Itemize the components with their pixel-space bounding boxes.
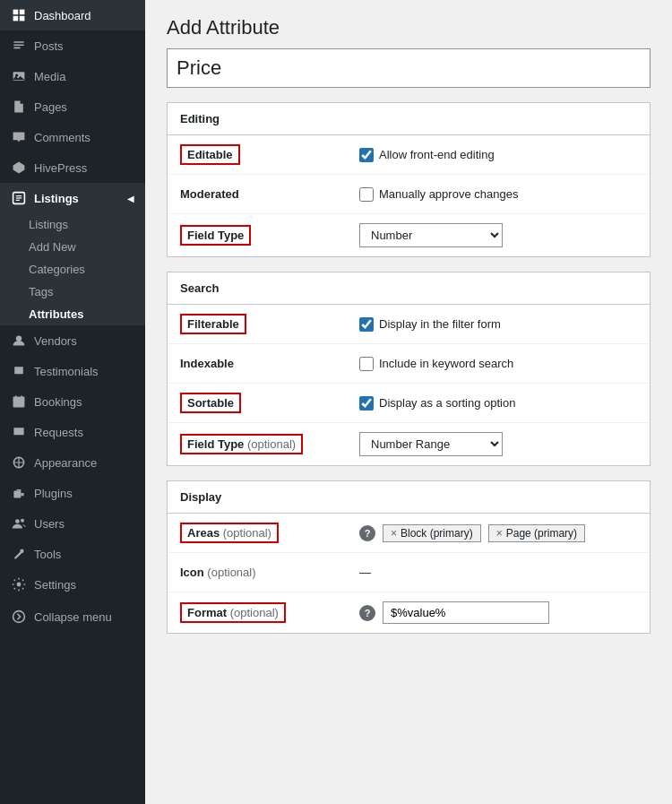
svg-point-22 xyxy=(17,583,22,587)
display-sorting-option-checkbox-wrap[interactable]: Display as a sorting option xyxy=(359,396,515,411)
field-type-editing-select[interactable]: Number Text Select Checkbox Date xyxy=(359,223,503,247)
format-input[interactable] xyxy=(383,601,549,624)
sidebar-item-vendors[interactable]: Vendors xyxy=(0,325,145,356)
hivepress-icon xyxy=(11,160,27,176)
areas-tag-block-primary-label: Block (primary) xyxy=(401,527,473,540)
sidebar-item-label: Appearance xyxy=(34,456,97,470)
areas-tag-page-primary-label: Page (primary) xyxy=(506,527,577,540)
sidebar-item-tools[interactable]: Tools xyxy=(0,539,145,569)
areas-help-icon[interactable]: ? xyxy=(359,525,375,541)
plugins-icon xyxy=(11,485,27,501)
display-sorting-option-checkbox[interactable] xyxy=(359,396,374,411)
submenu-item-categories[interactable]: Categories xyxy=(0,258,145,281)
sidebar-item-label: Users xyxy=(34,517,65,531)
bookings-icon xyxy=(11,393,27,410)
allow-frontend-editing-checkbox-wrap[interactable]: Allow front-end editing xyxy=(359,148,495,162)
include-keyword-search-checkbox[interactable] xyxy=(359,357,374,371)
indexable-control: Include in keyword search xyxy=(359,357,637,371)
allow-frontend-editing-checkbox[interactable] xyxy=(359,148,374,162)
manually-approve-checkbox-wrap[interactable]: Manually approve changes xyxy=(359,187,518,202)
pages-icon xyxy=(11,99,27,115)
areas-tag-page-primary-remove[interactable]: × xyxy=(496,527,503,540)
sidebar-item-requests[interactable]: Requests xyxy=(0,417,145,447)
sidebar-item-appearance[interactable]: Appearance xyxy=(0,447,145,478)
moderated-control: Manually approve changes xyxy=(359,187,637,202)
sidebar-item-label: Pages xyxy=(34,100,67,114)
posts-icon xyxy=(11,38,27,54)
sidebar-item-label: Tools xyxy=(34,548,61,561)
sidebar-item-plugins[interactable]: Plugins xyxy=(0,478,145,508)
submenu-item-listings[interactable]: Listings xyxy=(0,213,145,236)
sidebar-item-bookings[interactable]: Bookings xyxy=(0,386,145,417)
sortable-label: Sortable xyxy=(180,393,359,413)
sidebar-item-label: Bookings xyxy=(34,395,82,409)
dashboard-icon xyxy=(11,7,27,23)
sidebar-item-hivepress[interactable]: HivePress xyxy=(0,152,145,183)
areas-tag-block-primary-remove[interactable]: × xyxy=(391,527,397,540)
listings-submenu: Listings Add New Categories Tags Attribu… xyxy=(0,213,145,325)
sidebar-item-testimonials[interactable]: Testimonials xyxy=(0,356,145,386)
submenu-item-add-new[interactable]: Add New xyxy=(0,236,145,258)
editable-label-text: Editable xyxy=(180,144,240,165)
field-type-editing-label: Field Type xyxy=(180,225,359,246)
sidebar-item-label: HivePress xyxy=(34,161,87,175)
sidebar-item-label: Dashboard xyxy=(34,9,91,22)
svg-point-21 xyxy=(21,519,24,523)
sidebar-item-users[interactable]: Users xyxy=(0,508,145,539)
submenu-item-tags[interactable]: Tags xyxy=(0,281,145,303)
format-help-wrap: ? xyxy=(359,605,375,621)
format-help-icon[interactable]: ? xyxy=(359,605,375,621)
icon-row: Icon (optional) — xyxy=(168,553,650,592)
listings-icon xyxy=(11,190,27,206)
editing-section: Editing Editable Allow front-end editing… xyxy=(167,102,650,257)
requests-icon xyxy=(11,424,27,440)
comments-icon xyxy=(11,129,27,145)
sidebar-item-media[interactable]: Media xyxy=(0,61,145,91)
filterable-row: Filterable Display in the filter form xyxy=(168,305,650,344)
indexable-label: Indexable xyxy=(180,357,359,370)
areas-row: Areas (optional) ? × Block (primary) × P… xyxy=(168,514,650,553)
svg-rect-0 xyxy=(13,10,19,15)
sidebar-item-posts[interactable]: Posts xyxy=(0,30,145,61)
sidebar-item-dashboard[interactable]: Dashboard xyxy=(0,0,145,30)
svg-point-20 xyxy=(15,519,20,523)
sidebar-item-comments[interactable]: Comments xyxy=(0,122,145,152)
sidebar-item-label: Comments xyxy=(34,131,90,144)
submenu-item-attributes[interactable]: Attributes xyxy=(0,303,145,325)
include-keyword-search-checkbox-wrap[interactable]: Include in keyword search xyxy=(359,357,513,371)
field-type-search-label: Field Type (optional) xyxy=(180,434,359,454)
listings-arrow-icon: ◀ xyxy=(127,194,134,203)
media-icon xyxy=(11,68,27,84)
allow-frontend-editing-label: Allow front-end editing xyxy=(379,148,495,161)
search-section-header: Search xyxy=(168,272,650,305)
areas-label: Areas (optional) xyxy=(180,523,359,543)
sidebar-item-settings[interactable]: Settings xyxy=(0,569,145,600)
display-filter-form-checkbox-wrap[interactable]: Display in the filter form xyxy=(359,317,501,332)
field-type-search-label-text: Field Type (optional) xyxy=(180,434,303,454)
field-type-search-select[interactable]: Number Range Number Text Select xyxy=(359,432,503,456)
include-keyword-search-label: Include in keyword search xyxy=(379,357,513,370)
manually-approve-checkbox[interactable] xyxy=(359,187,374,202)
tools-icon xyxy=(11,546,27,562)
testimonials-icon xyxy=(11,363,27,379)
areas-tag-page-primary[interactable]: × Page (primary) xyxy=(488,524,585,542)
svg-rect-14 xyxy=(13,396,25,407)
filterable-control: Display in the filter form xyxy=(359,317,637,332)
areas-tag-block-primary[interactable]: × Block (primary) xyxy=(383,524,481,542)
attribute-name-input[interactable] xyxy=(167,48,650,88)
collapse-menu-button[interactable]: Collapse menu xyxy=(0,600,145,634)
appearance-icon xyxy=(11,454,27,471)
collapse-icon xyxy=(11,609,27,625)
display-filter-form-checkbox[interactable] xyxy=(359,317,374,332)
sidebar-item-listings[interactable]: Listings ◀ xyxy=(0,183,145,213)
manually-approve-label: Manually approve changes xyxy=(379,187,518,201)
svg-rect-19 xyxy=(13,491,21,498)
users-icon xyxy=(11,515,27,532)
svg-point-13 xyxy=(16,335,22,341)
svg-rect-2 xyxy=(13,16,19,22)
moderated-row: Moderated Manually approve changes xyxy=(168,175,650,214)
sidebar-item-pages[interactable]: Pages xyxy=(0,91,145,122)
display-sorting-option-label: Display as a sorting option xyxy=(379,396,515,410)
editable-label: Editable xyxy=(180,144,359,165)
sidebar-item-label: Posts xyxy=(34,39,64,53)
